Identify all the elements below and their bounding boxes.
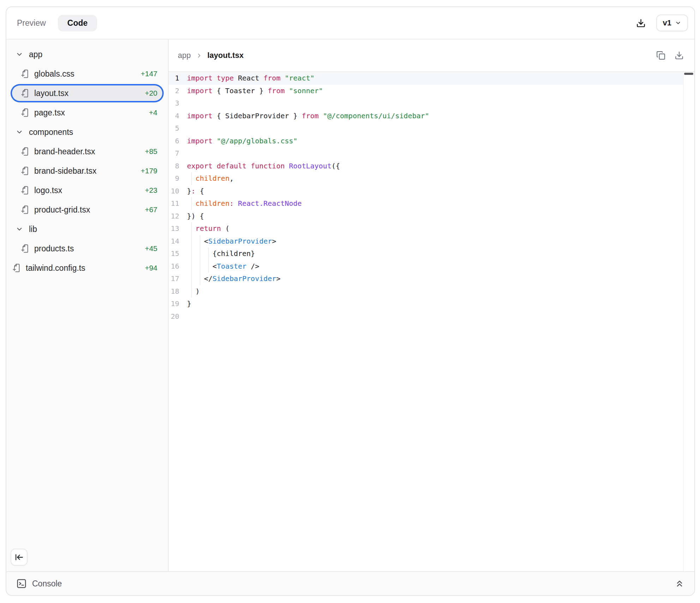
file-explorer-sidebar: appglobals.css+147layout.tsx+20page.tsx+…	[6, 40, 169, 571]
tree-item-label: tailwind.config.ts	[26, 263, 85, 273]
code-text: children,	[187, 172, 684, 185]
chevron-down-icon	[16, 128, 23, 136]
tree-item-label: app	[29, 50, 42, 59]
version-dropdown[interactable]: v1	[656, 14, 688, 31]
code-text: import "@/app/globals.css"	[187, 135, 684, 148]
download-icon	[636, 18, 646, 28]
line-number: 8	[169, 160, 179, 173]
panel-collapse-left-icon	[15, 553, 24, 562]
indent-guide	[191, 172, 192, 185]
tree-file-brand-sidebar.tsx[interactable]: brand-sidebar.tsx+179	[12, 163, 162, 179]
code-line-18: 18 )	[169, 285, 684, 298]
tree-item-label: components	[29, 127, 73, 137]
indent-guide	[191, 235, 192, 248]
console-bar[interactable]: Console	[6, 571, 694, 595]
code-line-7: 7	[169, 147, 684, 160]
line-number: 13	[169, 222, 179, 235]
added-lines-badge: +20	[145, 89, 157, 97]
tree-file-products.ts[interactable]: products.ts+45	[12, 241, 162, 256]
download-project-button[interactable]	[636, 18, 646, 28]
code-text: <Toaster />	[187, 260, 684, 273]
tree-item-label: brand-header.tsx	[34, 147, 95, 156]
tree-file-globals.css[interactable]: globals.css+147	[12, 66, 162, 82]
code-line-19: 19}	[169, 298, 684, 310]
tree-file-tailwind.config.ts[interactable]: tailwind.config.ts+94	[12, 260, 162, 276]
tree-item-label: logo.tsx	[34, 186, 62, 195]
line-number: 5	[169, 122, 179, 135]
sidebar-footer	[6, 549, 168, 571]
code-text: import { Toaster } from "sonner"	[187, 85, 684, 97]
copy-code-button[interactable]	[656, 51, 665, 60]
tree-file-layout.tsx[interactable]: layout.tsx+20	[12, 85, 162, 101]
code-line-4: 4import { SidebarProvider } from "@/comp…	[169, 110, 684, 123]
tree-item-label: lib	[29, 225, 37, 234]
added-lines-badge: +45	[145, 244, 157, 253]
code-line-8: 8export default function RootLayout({	[169, 160, 684, 173]
download-file-button[interactable]	[675, 51, 684, 60]
file-plus-icon	[20, 244, 30, 253]
added-lines-badge: +94	[145, 264, 157, 272]
line-number: 18	[169, 285, 179, 298]
code-line-15: 15 {children}	[169, 247, 684, 260]
code-text: {children}	[187, 247, 684, 260]
tree-folder-lib[interactable]: lib	[12, 221, 162, 237]
download-icon	[675, 51, 684, 60]
code-line-17: 17 </SidebarProvider>	[169, 273, 684, 285]
file-plus-icon	[20, 147, 30, 156]
chevron-down-icon	[16, 50, 23, 58]
line-number: 7	[169, 147, 179, 160]
added-lines-badge: +179	[141, 167, 157, 175]
tab-code[interactable]: Code	[58, 15, 97, 31]
line-number: 10	[169, 185, 179, 198]
file-breadcrumb-bar: app layout.tsx	[169, 40, 694, 72]
indent-guide	[200, 235, 200, 248]
console-label-group: Console	[16, 578, 62, 589]
collapse-sidebar-button[interactable]	[11, 549, 28, 566]
line-number: 6	[169, 135, 179, 148]
line-number: 20	[169, 310, 179, 323]
indent-guide	[200, 247, 200, 260]
code-text: }: {	[187, 185, 684, 198]
code-line-11: 11 children: React.ReactNode	[169, 197, 684, 210]
tree-file-product-grid.tsx[interactable]: product-grid.tsx+67	[12, 202, 162, 217]
code-line-9: 9 children,	[169, 172, 684, 185]
tree-file-logo.tsx[interactable]: logo.tsx+23	[12, 183, 162, 198]
tab-preview[interactable]: Preview	[17, 15, 46, 31]
code-text	[187, 122, 684, 135]
code-text: </SidebarProvider>	[187, 273, 684, 285]
indent-guide	[208, 247, 209, 260]
tree-item-label: layout.tsx	[34, 89, 68, 98]
tree-folder-app[interactable]: app	[12, 47, 162, 62]
view-mode-tabs: Preview Code	[17, 15, 97, 31]
indent-guide	[191, 222, 192, 235]
code-line-10: 10}: {	[169, 185, 684, 198]
code-lines: 1import type React from "react"2import {…	[169, 72, 694, 323]
breadcrumb-folder: app	[178, 51, 191, 60]
code-line-14: 14 <SidebarProvider>	[169, 235, 684, 248]
code-text: }) {	[187, 210, 684, 223]
vertical-scrollbar-thumb[interactable]	[684, 73, 693, 75]
added-lines-badge: +4	[149, 108, 157, 117]
indent-guide	[200, 260, 200, 273]
tree-file-page.tsx[interactable]: page.tsx+4	[12, 105, 162, 120]
version-label: v1	[663, 18, 671, 28]
chevrons-up-icon	[675, 579, 684, 589]
indent-guide	[191, 260, 192, 273]
line-number: 1	[169, 72, 179, 85]
tree-file-brand-header.tsx[interactable]: brand-header.tsx+85	[12, 144, 162, 159]
code-line-13: 13 return (	[169, 222, 684, 235]
code-line-16: 16 <Toaster />	[169, 260, 684, 273]
top-toolbar: Preview Code v1	[6, 7, 694, 40]
code-line-12: 12}) {	[169, 210, 684, 223]
indent-guide	[191, 285, 192, 298]
code-workspace-panel: Preview Code v1 appglobals.css+147layout…	[6, 6, 695, 596]
line-number: 15	[169, 247, 179, 260]
indent-guide	[191, 197, 192, 210]
file-plus-icon	[20, 108, 30, 117]
indent-guide	[200, 273, 200, 285]
code-line-5: 5	[169, 122, 684, 135]
expand-console-button[interactable]	[675, 579, 684, 589]
tree-folder-components[interactable]: components	[12, 124, 162, 140]
tree-item-label: brand-sidebar.tsx	[34, 166, 96, 176]
chevron-down-icon	[16, 225, 23, 233]
